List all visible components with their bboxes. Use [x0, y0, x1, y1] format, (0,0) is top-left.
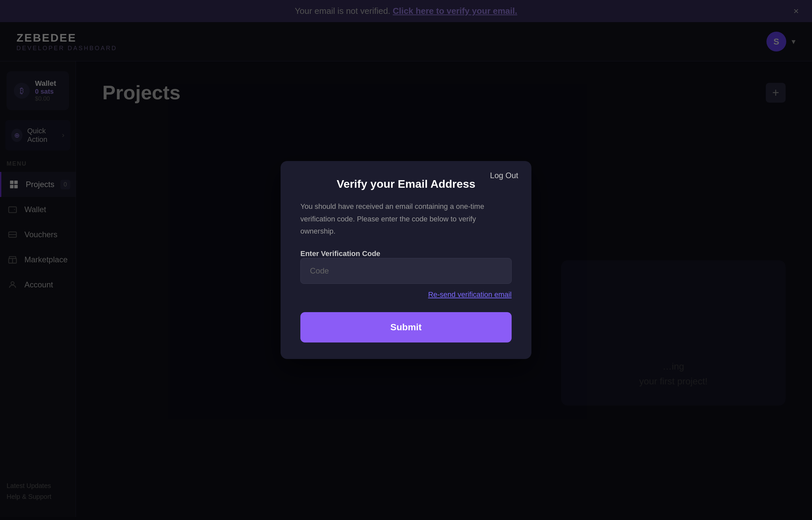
resend-verification-link[interactable]: Re-send verification email	[300, 290, 512, 299]
verify-email-modal: Log Out Verify your Email Address You sh…	[281, 161, 531, 359]
verification-code-label: Enter Verification Code	[300, 250, 380, 258]
submit-button[interactable]: Submit	[300, 312, 512, 342]
modal-overlay: Log Out Verify your Email Address You sh…	[0, 0, 812, 520]
modal-title: Verify your Email Address	[300, 178, 512, 190]
modal-description: You should have received an email contai…	[300, 200, 512, 237]
logout-button[interactable]: Log Out	[490, 171, 518, 180]
verification-code-input[interactable]	[300, 258, 512, 284]
